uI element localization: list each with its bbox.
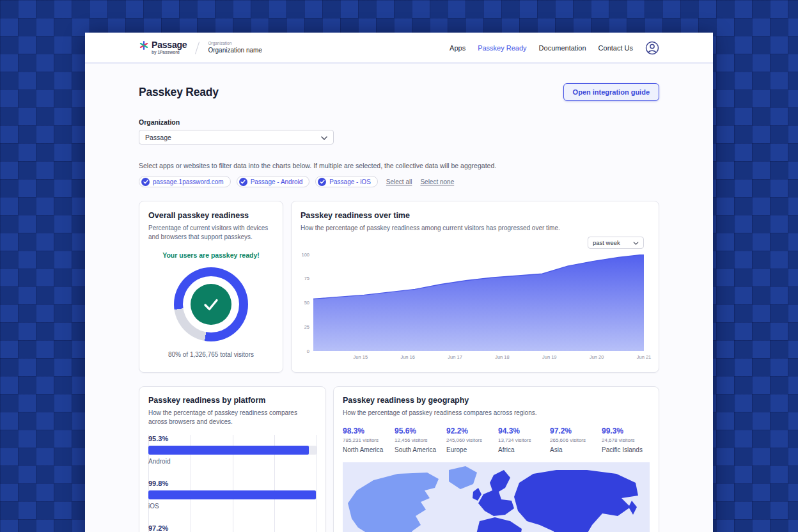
cards-row-2: Passkey readiness by platform How the pe…	[139, 386, 659, 532]
map-africa	[476, 517, 522, 532]
geo-region-name: Asia	[550, 446, 598, 455]
platform-bar-value: 97.2%	[148, 524, 317, 532]
platform-bar-name: Android	[148, 458, 317, 465]
platform-bar-fill	[148, 490, 316, 499]
geo-stat-europe: 92.2% 245,060 visitors Europe	[446, 426, 494, 455]
cards-row-1: Overall passkey readiness Percentage of …	[139, 201, 659, 373]
breadcrumb-slash	[195, 42, 199, 54]
platform-bar-group: 95.3% Android	[148, 435, 317, 465]
main-content: Passkey Ready Open integration guide Org…	[85, 63, 713, 532]
geo-visitors: 245,060 visitors	[446, 437, 494, 443]
header-left: Passage by 1Password Organization Organi…	[139, 40, 262, 55]
open-integration-guide-button[interactable]: Open integration guide	[563, 83, 659, 101]
area-chart: 0255075100	[301, 254, 644, 351]
passage-logo-icon	[139, 40, 149, 53]
over-time-card-description: How the percentage of passkey readiness …	[301, 224, 644, 233]
org-switcher[interactable]: Organization Organization name	[208, 42, 262, 54]
logo-text: Passage by 1Password	[152, 40, 187, 55]
platform-bar-chart: 95.3% Android 99.8% iOS 97.2%	[148, 435, 317, 532]
time-range-select[interactable]: past week	[588, 237, 644, 249]
org-name: Organization name	[208, 47, 262, 54]
overall-card-description: Percentage of current visitors with devi…	[148, 224, 274, 241]
nav-passkey-ready[interactable]: Passkey Ready	[478, 44, 526, 52]
geo-stat-africa: 94.3% 13,734 visitors Africa	[498, 426, 546, 455]
overall-readiness-card: Overall passkey readiness Percentage of …	[139, 201, 283, 373]
world-map	[343, 462, 650, 532]
geo-visitors: 265,606 visitors	[550, 437, 598, 443]
geo-region-name: South America	[395, 446, 442, 455]
app-window: Passage by 1Password Organization Organi…	[85, 33, 713, 532]
select-none-link[interactable]: Select none	[420, 178, 454, 185]
platform-card-title: Passkey readiness by platform	[148, 396, 317, 405]
nav-documentation[interactable]: Documentation	[539, 44, 586, 52]
chip-passage-1password-com[interactable]: passage.1password.com	[139, 176, 231, 187]
geo-visitors: 12,456 visitors	[395, 437, 442, 443]
title-row: Passkey Ready Open integration guide	[139, 63, 659, 101]
overall-donut-chart	[174, 267, 248, 341]
platform-bar-fill	[148, 446, 309, 455]
geo-stat-pacific-islands: 99.3% 24,678 visitors Pacific Islands	[602, 426, 650, 455]
platform-bar-value: 95.3%	[148, 435, 317, 443]
gridline	[317, 435, 317, 532]
geo-percent: 99.3%	[602, 426, 650, 435]
nav-apps[interactable]: Apps	[450, 44, 465, 52]
geo-percent: 92.2%	[446, 426, 494, 435]
geo-region-name: North America	[343, 446, 391, 455]
chevron-down-icon	[633, 239, 639, 246]
area-y-axis: 0255075100	[301, 254, 313, 351]
account-icon[interactable]	[645, 41, 659, 55]
time-range-value: past week	[593, 239, 620, 246]
platform-bar-value: 99.8%	[148, 480, 317, 488]
page-title: Passkey Ready	[139, 86, 219, 99]
passkey-ready-check-circle	[191, 284, 231, 325]
over-time-card-title: Passkey readiness over time	[301, 211, 644, 220]
map-europe	[478, 470, 514, 516]
nav-contact-us[interactable]: Contact Us	[598, 44, 633, 52]
organization-label: Organization	[139, 118, 659, 126]
chip-passage-ios[interactable]: Passage - iOS	[315, 176, 377, 187]
over-time-card: Passkey readiness over time How the perc…	[291, 201, 659, 373]
platform-bar-track	[148, 446, 317, 455]
geo-region-name: Europe	[446, 446, 494, 455]
overall-caption: 80% of 1,326,765 total visitors	[148, 351, 274, 358]
geo-visitors: 13,734 visitors	[498, 437, 546, 443]
check-circle-icon	[239, 178, 247, 186]
chip-label: Passage - Android	[251, 178, 303, 185]
organization-select-value: Passage	[145, 134, 171, 141]
geography-card-title: Passkey readiness by geography	[343, 396, 650, 405]
check-circle-icon	[141, 178, 150, 186]
map-asia	[514, 470, 638, 532]
brand-name: Passage	[152, 40, 187, 49]
brand-byline: by 1Password	[152, 51, 187, 55]
geo-stat-south-america: 95.6% 12,456 visitors South America	[395, 426, 442, 455]
org-label: Organization	[208, 42, 262, 46]
geo-visitors: 785,231 visitors	[343, 437, 391, 443]
passage-logo[interactable]: Passage by 1Password	[139, 40, 187, 55]
map-north-america	[348, 473, 439, 532]
organization-select[interactable]: Passage	[139, 130, 334, 145]
geography-stats: 98.3% 785,231 visitors North America 95.…	[343, 426, 650, 455]
header-nav: Apps Passkey Ready Documentation Contact…	[450, 41, 659, 55]
platform-bar-group: 97.2%	[148, 524, 317, 532]
geography-card: Passkey readiness by geography How the p…	[333, 386, 659, 532]
area-x-axis: Jun 15Jun 16Jun 17Jun 18Jun 19Jun 20Jun …	[313, 351, 644, 363]
area-plot	[313, 254, 644, 351]
map-greenland	[449, 466, 477, 489]
geo-percent: 98.3%	[343, 426, 391, 435]
chip-passage-android[interactable]: Passage - Android	[237, 176, 310, 187]
chip-label: passage.1password.com	[153, 178, 224, 185]
ready-message: Your users are passkey ready!	[148, 251, 274, 259]
platform-card-description: How the percentage of passkey readiness …	[148, 409, 317, 426]
map-japan	[629, 501, 637, 515]
geo-region-name: Pacific Islands	[602, 446, 650, 455]
area-chart-svg	[313, 254, 644, 351]
platform-bar-name: iOS	[148, 503, 317, 510]
platform-card: Passkey readiness by platform How the pe…	[139, 386, 326, 532]
check-icon	[201, 294, 221, 315]
area-fill	[313, 254, 644, 351]
geo-percent: 94.3%	[498, 426, 546, 435]
select-all-link[interactable]: Select all	[386, 178, 412, 185]
range-row: past week	[301, 237, 644, 249]
filter-hint: Select apps or websites to filter data i…	[139, 162, 659, 169]
geo-stat-asia: 97.2% 265,606 visitors Asia	[550, 426, 598, 455]
